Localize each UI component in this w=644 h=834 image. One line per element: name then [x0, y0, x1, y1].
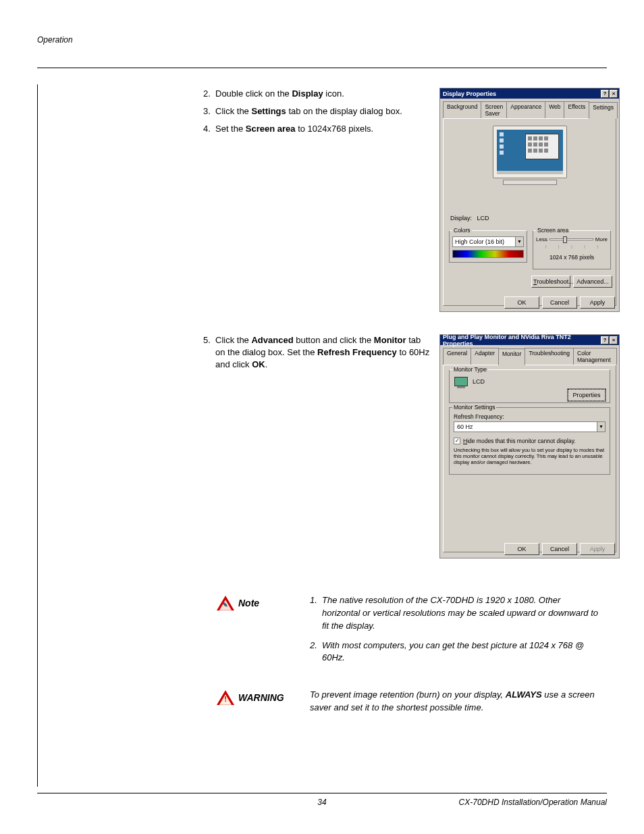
step-text: Click the Settings tab on the display di…: [215, 105, 402, 118]
slider-track[interactable]: [549, 238, 593, 240]
monitor-preview: [489, 126, 570, 190]
steps-list-1: 2. Double click on the Display icon. 3. …: [203, 88, 433, 141]
step-number: 5.: [203, 334, 215, 371]
screen-area-fieldset: Screen area Less More ||||| 1024 x 768 p…: [533, 230, 611, 269]
monitor-settings-legend: Monitor Settings: [452, 404, 496, 411]
resolution-slider[interactable]: Less More: [536, 236, 608, 242]
troubleshoot-button[interactable]: Troubleshoot...: [531, 276, 570, 288]
warning-label: WARNING: [238, 692, 284, 703]
colors-legend: Colors: [452, 227, 472, 234]
close-button[interactable]: ×: [610, 336, 618, 344]
refresh-frequency-value: 60 Hz: [457, 423, 473, 430]
hide-modes-label: Hide modes that this monitor cannot disp…: [463, 438, 576, 444]
monitor-icon: [454, 377, 468, 389]
step-4: 4. Set the Screen area to 1024x768 pixel…: [203, 123, 433, 135]
note-item-text: The native resolution of the CX-70DHD is…: [322, 594, 600, 633]
warning-row: ! WARNING To prevent image retention (bu…: [217, 689, 600, 714]
color-depth-combo[interactable]: High Color (16 bit) ▼: [452, 236, 524, 247]
ok-button[interactable]: OK: [504, 543, 539, 555]
tab-monitor[interactable]: Monitor: [498, 348, 525, 365]
note-triangle-icon: ✎: [217, 594, 234, 612]
display-label: Display:: [450, 215, 472, 221]
color-depth-value: High Color (16 bit): [455, 238, 504, 245]
note-item-number: 2.: [310, 640, 322, 665]
step-number: 2.: [203, 88, 215, 100]
refresh-frequency-label: Refresh Frequency:: [454, 413, 504, 420]
monitor-type-legend: Monitor Type: [452, 366, 488, 373]
note-row: ✎ Note 1. The native resolution of the C…: [217, 594, 600, 671]
dialog-title: Plug and Play Monitor and NVidia Riva TN…: [443, 334, 601, 347]
slider-more-label: More: [595, 236, 608, 242]
dialog-button-row: OK Cancel Apply: [504, 543, 615, 555]
header-section-label: Operation: [37, 35, 73, 45]
properties-button[interactable]: Properties: [568, 389, 606, 401]
page-number: 34: [317, 798, 326, 807]
footer-doc-title: CX-70DHD Installation/Operation Manual: [459, 798, 607, 807]
apply-button[interactable]: Apply: [580, 296, 615, 309]
tab-appearance[interactable]: Appearance: [506, 101, 545, 118]
monitor-settings-fieldset: Monitor Settings Refresh Frequency: 60 H…: [449, 407, 610, 475]
hide-modes-checkbox[interactable]: ✓: [454, 438, 460, 444]
dialog-button-row: OK Cancel Apply: [504, 296, 615, 309]
tab-effects[interactable]: Effects: [564, 101, 589, 118]
tab-web[interactable]: Web: [545, 101, 564, 118]
tab-background[interactable]: Background: [443, 101, 481, 118]
step-text: Double click on the Display icon.: [215, 88, 344, 100]
step-text: Click the Advanced button and click the …: [215, 334, 433, 371]
dropdown-arrow-icon: ▼: [515, 237, 523, 246]
ok-button[interactable]: OK: [504, 296, 539, 309]
tab-general[interactable]: General: [443, 348, 471, 365]
note-text: 1. The native resolution of the CX-70DHD…: [310, 594, 600, 671]
tab-screensaver[interactable]: Screen Saver: [481, 101, 507, 118]
help-button[interactable]: ?: [601, 336, 609, 344]
warning-text: To prevent image retention (burn) on you…: [310, 689, 600, 714]
dialog-titlebar: Plug and Play Monitor and NVidia Riva TN…: [440, 335, 619, 345]
dropdown-arrow-icon: ▼: [597, 422, 605, 432]
apply-button: Apply: [580, 543, 615, 555]
advanced-button[interactable]: Advanced...: [573, 276, 612, 288]
step-number: 4.: [203, 123, 215, 135]
note-item-text: With most computers, you can get the bes…: [322, 640, 600, 665]
steps-list-2: 5. Click the Advanced button and click t…: [203, 334, 433, 371]
close-button[interactable]: ×: [610, 90, 618, 98]
hide-modes-hint: Unchecking this box will allow you to se…: [454, 447, 606, 465]
content-frame: 2. Double click on the Display icon. 3. …: [37, 84, 607, 787]
tab-settings[interactable]: Settings: [589, 102, 618, 119]
tab-adapter[interactable]: Adapter: [471, 348, 499, 365]
display-properties-dialog: Display Properties ? × Background Screen…: [439, 88, 620, 312]
note-label: Note: [238, 598, 259, 608]
display-label-row: Display: LCD: [450, 215, 489, 221]
step-5: 5. Click the Advanced button and click t…: [203, 334, 433, 371]
dialog-titlebar: Display Properties ? ×: [440, 88, 619, 99]
display-value: LCD: [477, 215, 489, 221]
slider-thumb[interactable]: [563, 236, 567, 243]
notes-section: ✎ Note 1. The native resolution of the C…: [217, 594, 600, 732]
refresh-frequency-combo[interactable]: 60 Hz ▼: [454, 421, 606, 432]
monitor-frame-icon: [493, 126, 567, 178]
header-rule: [37, 68, 607, 68]
slider-less-label: Less: [536, 236, 547, 242]
cancel-button[interactable]: Cancel: [542, 296, 577, 309]
step-number: 3.: [203, 105, 215, 118]
color-spectrum-icon: [452, 250, 524, 258]
note-icon-column: ✎ Note: [217, 594, 298, 612]
hide-modes-checkbox-row: ✓ Hide modes that this monitor cannot di…: [454, 438, 576, 444]
step-text: Set the Screen area to 1024x768 pixels.: [215, 123, 373, 135]
screen-area-legend: Screen area: [536, 227, 570, 234]
warning-icon-column: ! WARNING: [217, 689, 298, 706]
resolution-value: 1024 x 768 pixels: [533, 254, 610, 261]
tab-panel-monitor: Monitor Type LCD Properties Monitor Sett…: [443, 365, 616, 552]
help-button[interactable]: ?: [601, 90, 609, 98]
tab-troubleshooting[interactable]: Troubleshooting: [525, 348, 574, 365]
tab-strip: Background Screen Saver Appearance Web E…: [443, 101, 616, 118]
dialog-title: Display Properties: [443, 90, 496, 97]
tab-strip: General Adapter Monitor Troubleshooting …: [443, 348, 616, 365]
monitor-properties-dialog: Plug and Play Monitor and NVidia Riva TN…: [439, 334, 620, 558]
cancel-button[interactable]: Cancel: [542, 543, 577, 555]
tab-panel-settings: Display: LCD Colors High Color (16 bit) …: [443, 118, 616, 306]
monitor-type-fieldset: Monitor Type LCD Properties: [449, 369, 610, 403]
colors-fieldset: Colors High Color (16 bit) ▼: [449, 230, 527, 263]
note-item-number: 1.: [310, 594, 322, 633]
step-2: 2. Double click on the Display icon.: [203, 88, 433, 100]
tab-color-management[interactable]: Color Management: [573, 348, 617, 365]
